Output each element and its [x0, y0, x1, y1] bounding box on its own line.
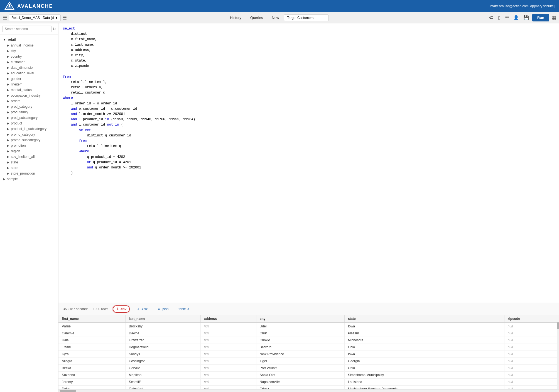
table-cell: Gainsford: [125, 386, 200, 389]
table-cell: null: [504, 379, 559, 386]
sidebar-item-date-dimension[interactable]: ▶ date_dimension: [0, 65, 58, 70]
results-area: 368.187 seconds 1000 rows ⇓ .csv ⇓ .xlsx…: [58, 303, 559, 392]
sidebar-item-region[interactable]: ▶ region: [0, 148, 58, 154]
data-table-container[interactable]: first_name last_name address city state …: [58, 315, 559, 389]
triangle-icon: ▶: [7, 99, 9, 103]
table-cell: Chur: [256, 330, 344, 337]
table-row: CammieDawnenullChurPlessurnull: [58, 330, 559, 337]
list-icon[interactable]: ☰: [62, 15, 67, 21]
table-row: KyraSandysnullNew ProvidenceIowanull: [58, 351, 559, 358]
table-cell: Becka: [58, 365, 125, 372]
sidebar-item-annual-income[interactable]: ▶ annual_income: [0, 43, 58, 48]
table-cell: Port William: [256, 365, 344, 372]
refresh-button[interactable]: ↻: [53, 27, 56, 31]
vertical-scrollbar[interactable]: [557, 315, 559, 389]
table-row: HaleFitzwarrennullChokioMinnesotanull: [58, 337, 559, 344]
h-scroll-thumb[interactable]: [60, 390, 76, 392]
copy-icon[interactable]: ▯: [497, 14, 502, 21]
toolbar-center: History Queries New: [69, 14, 486, 21]
triangle-icon: ▶: [7, 66, 9, 70]
download-icon: ⇓: [116, 307, 119, 311]
table-cell: Fitzwarren: [125, 337, 200, 344]
col-state[interactable]: state: [344, 315, 504, 323]
table-cell: Dawne: [125, 330, 200, 337]
sidebar-item-country[interactable]: ▶ country: [0, 54, 58, 59]
sidebar-item-state[interactable]: ▶ state: [0, 160, 58, 165]
schema-search-input[interactable]: [2, 26, 52, 32]
sidebar-item-product[interactable]: ▶ product: [0, 121, 58, 126]
table-row: DaisyGainsfordnullCrivitzMecklenburg-Wes…: [58, 386, 559, 389]
col-last-name[interactable]: last_name: [125, 315, 200, 323]
content-area: select distinct c.first_name, c.last_nam…: [58, 23, 559, 392]
history-button[interactable]: History: [226, 14, 245, 21]
tab-name-input[interactable]: [284, 14, 328, 21]
table-cell: null: [504, 337, 559, 344]
table-cell: Gerville: [125, 365, 200, 372]
list2-icon[interactable]: ☷: [504, 14, 510, 21]
sidebar-item-sav-lineitem-all[interactable]: ▶ sav_lineitem_all: [0, 154, 58, 160]
sidebar-item-marital-status[interactable]: ▶ marital_status: [0, 87, 58, 93]
sidebar-item-prod-category[interactable]: ▶ prod_category: [0, 104, 58, 109]
export-xlsx-button[interactable]: ⇓ .xlsx: [134, 306, 150, 312]
hamburger-icon[interactable]: ☰: [3, 15, 7, 21]
sidebar-item-education-level[interactable]: ▶ education_level: [0, 70, 58, 76]
triangle-icon: ▶: [7, 138, 9, 142]
table-cell: Mecklenburg-Western Pomerania: [344, 386, 504, 389]
table-cell: null: [504, 358, 559, 365]
col-zipcode[interactable]: zipcode: [504, 315, 559, 323]
sidebar-item-sample[interactable]: ▶ sample: [0, 176, 58, 182]
triangle-icon: ▶: [7, 144, 9, 148]
export-table-button[interactable]: table ⇗: [176, 306, 192, 312]
queries-button[interactable]: Queries: [246, 14, 267, 21]
chart-icon[interactable]: ▦: [551, 15, 556, 21]
sidebar-item-orders[interactable]: ▶ orders: [0, 98, 58, 104]
sidebar-item-prod-subcategory[interactable]: ▶ prod_subcategory: [0, 115, 58, 121]
sidebar-item-promotion[interactable]: ▶ promotion: [0, 143, 58, 148]
export-json-button[interactable]: ⇓ .json: [155, 306, 171, 312]
table-cell: Iowa: [344, 323, 504, 330]
sidebar-item-store-promotion[interactable]: ▶ store_promotion: [0, 171, 58, 176]
sidebar-item-city[interactable]: ▶ city: [0, 48, 58, 54]
table-cell: Brocksby: [125, 323, 200, 330]
sidebar-item-promo-subcategory[interactable]: ▶ promo_subcategory: [0, 137, 58, 143]
table-cell: null: [200, 379, 256, 386]
sidebar-item-prod-family[interactable]: ▶ prod_family: [0, 109, 58, 115]
sidebar-item-customer[interactable]: ▶ customer: [0, 59, 58, 65]
triangle-icon: ▶: [7, 71, 9, 75]
table-cell: Crivitz: [256, 386, 344, 389]
top-bar: AVALANCHE mary.schulte@actian.com.idp[ma…: [0, 0, 559, 12]
run-button[interactable]: Run: [532, 14, 549, 21]
col-address[interactable]: address: [200, 315, 256, 323]
table-cell: Tiger: [256, 358, 344, 365]
save-icon[interactable]: 💾: [522, 14, 530, 21]
schema-retail-text: retail: [8, 38, 16, 41]
timing-label: 368.187 seconds: [63, 307, 88, 311]
sidebar-item-store[interactable]: ▶ store: [0, 165, 58, 171]
sidebar-item-promo-category[interactable]: ▶ promo_category: [0, 132, 58, 137]
horizontal-scrollbar[interactable]: [58, 389, 559, 392]
user-icon[interactable]: 👤: [512, 14, 520, 21]
main-layout: ↻ ▼ retail ▶ annual_income ▶ city ▶ coun: [0, 23, 559, 392]
download-icon: ⇓: [158, 307, 160, 311]
col-first-name[interactable]: first_name: [58, 315, 125, 323]
triangle-icon: ▶: [7, 88, 9, 92]
sidebar-item-product-in-subcategory[interactable]: ▶ product_in_subcategory: [0, 126, 58, 132]
triangle-icon: ▶: [7, 160, 9, 164]
sidebar-item-lineitem[interactable]: ▶ lineitem: [0, 82, 58, 87]
triangle-icon: ▶: [7, 127, 9, 131]
table-cell: Jeremy: [58, 379, 125, 386]
table-cell: Parnel: [58, 323, 125, 330]
logo-area: AVALANCHE: [4, 1, 53, 11]
sidebar-item-occupation-industry[interactable]: ▶ occupation_industry: [0, 93, 58, 98]
sidebar: ↻ ▼ retail ▶ annual_income ▶ city ▶ coun: [0, 23, 58, 392]
new-button[interactable]: New: [268, 14, 283, 21]
triangle-icon: ▶: [7, 149, 9, 153]
db-selector[interactable]: Retail_Demo_MAS - Data (d ▼: [9, 14, 61, 21]
export-csv-button[interactable]: ⇓ .csv: [113, 305, 130, 313]
tag-icon[interactable]: 🏷: [488, 15, 495, 21]
schema-group-retail-label[interactable]: ▼ retail: [0, 36, 58, 43]
sql-editor[interactable]: select distinct c.first_name, c.last_nam…: [58, 23, 559, 303]
sidebar-item-gender[interactable]: ▶ gender: [0, 76, 58, 82]
user-info: mary.schulte@actian.com.idp[mary.schulte…: [491, 4, 555, 8]
col-city[interactable]: city: [256, 315, 344, 323]
